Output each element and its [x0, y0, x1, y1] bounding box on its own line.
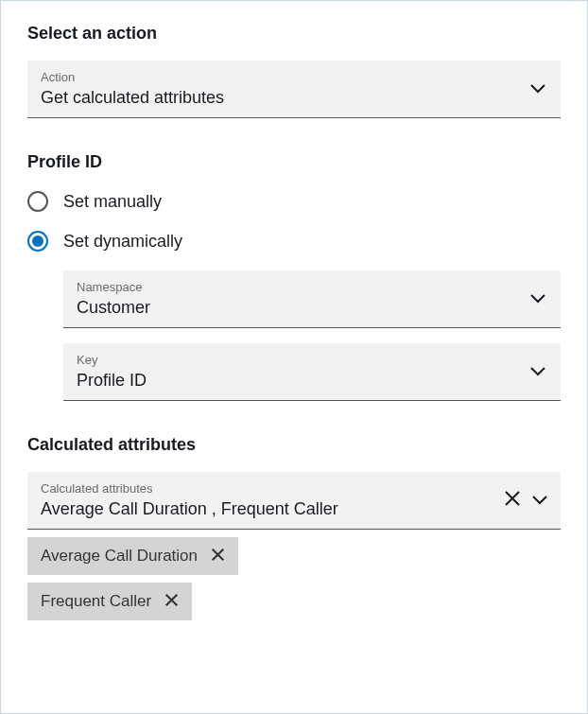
- clear-icon[interactable]: [504, 490, 521, 511]
- calculated-attributes-section: Calculated attributes Calculated attribu…: [27, 435, 561, 620]
- profile-id-section: Profile ID Set manually Set dynamically …: [27, 152, 561, 401]
- chip-frequent-caller: Frequent Caller: [27, 583, 192, 620]
- radio-dot-icon: [32, 235, 43, 247]
- namespace-value: Customer: [77, 298, 547, 318]
- action-section: Select an action Action Get calculated a…: [27, 24, 561, 118]
- radio-icon-selected: [27, 231, 48, 252]
- remove-chip-icon[interactable]: [211, 548, 225, 566]
- remove-chip-icon[interactable]: [164, 593, 179, 611]
- calc-dropdown-value: Average Call Duration , Frequent Caller: [41, 499, 547, 519]
- chip-label: Average Call Duration: [41, 547, 198, 566]
- chevron-down-icon[interactable]: [532, 492, 547, 509]
- radio-label-dynamic: Set dynamically: [63, 232, 182, 252]
- chevron-down-icon: [530, 363, 545, 380]
- calculated-attributes-title: Calculated attributes: [27, 435, 561, 455]
- config-panel: Select an action Action Get calculated a…: [0, 0, 588, 714]
- action-dropdown-value: Get calculated attributes: [41, 88, 547, 108]
- profile-id-title: Profile ID: [27, 152, 561, 172]
- action-dropdown-label: Action: [41, 70, 547, 84]
- dynamic-sub-dropdowns: Namespace Customer Key Profile ID: [63, 270, 561, 401]
- key-dropdown[interactable]: Key Profile ID: [63, 343, 561, 401]
- profile-id-radio-group: Set manually Set dynamically Namespace C…: [27, 191, 561, 401]
- chip-label: Frequent Caller: [41, 592, 151, 611]
- namespace-label: Namespace: [77, 280, 547, 294]
- calculated-attributes-dropdown[interactable]: Calculated attributes Average Call Durat…: [27, 472, 561, 530]
- selected-chips: Average Call Duration Frequent Caller: [27, 530, 561, 620]
- radio-label-manual: Set manually: [63, 192, 162, 212]
- calc-dropdown-icons: [504, 490, 547, 511]
- key-value: Profile ID: [77, 371, 547, 391]
- radio-set-dynamically[interactable]: Set dynamically: [27, 231, 561, 252]
- action-section-title: Select an action: [27, 24, 561, 44]
- radio-set-manually[interactable]: Set manually: [27, 191, 561, 212]
- calc-dropdown-label: Calculated attributes: [41, 481, 547, 496]
- chevron-down-icon: [530, 80, 545, 97]
- namespace-dropdown[interactable]: Namespace Customer: [63, 270, 561, 328]
- action-dropdown[interactable]: Action Get calculated attributes: [27, 61, 561, 118]
- chip-average-call-duration: Average Call Duration: [27, 537, 238, 575]
- chevron-down-icon: [530, 290, 545, 307]
- radio-icon: [27, 191, 48, 212]
- key-label: Key: [77, 353, 547, 367]
